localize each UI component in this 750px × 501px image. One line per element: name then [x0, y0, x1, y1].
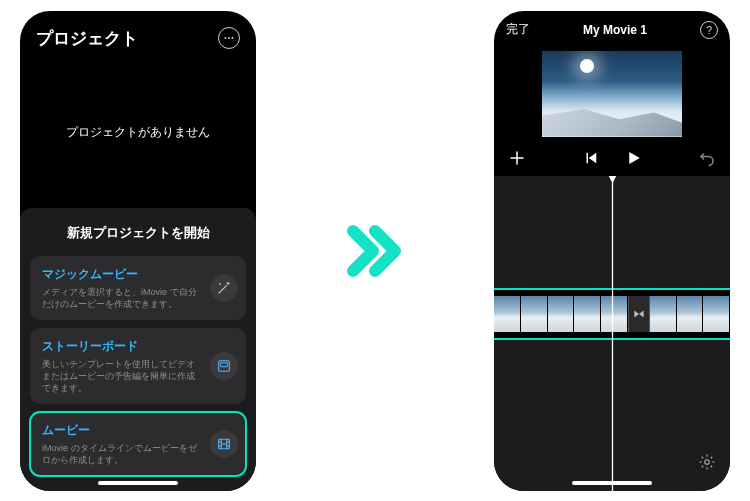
option-desc: iMovie のタイムラインでムービーをゼロから作成します。 [42, 442, 202, 466]
magic-wand-icon [210, 274, 238, 302]
option-title: ストーリーボード [42, 338, 202, 355]
new-project-panel: 新規プロジェクトを開始 マジックムービー メディアを選択すると、iMovie で… [20, 208, 256, 491]
help-button[interactable]: ? [700, 21, 718, 39]
plus-icon [508, 149, 526, 167]
done-button[interactable]: 完了 [506, 21, 530, 38]
svg-point-1 [228, 37, 230, 39]
empty-state: プロジェクトがありません [20, 58, 256, 208]
clip-thumbnail [574, 296, 601, 332]
option-desc: 美しいテンプレートを使用してビデオまたはムービーの予告編を簡単に作成できます。 [42, 358, 202, 394]
empty-state-text: プロジェクトがありません [66, 124, 210, 141]
svg-point-2 [232, 37, 234, 39]
film-icon [210, 430, 238, 458]
option-magic-movie[interactable]: マジックムービー メディアを選択すると、iMovie で自分だけのムービーを作成… [30, 256, 246, 320]
to-start-button[interactable] [582, 149, 600, 167]
transport-controls [582, 149, 642, 167]
skip-start-icon [582, 149, 600, 167]
option-title: ムービー [42, 422, 202, 439]
editor-header: 完了 My Movie 1 ? [494, 11, 730, 45]
undo-icon [698, 149, 716, 167]
clip-thumbnail [601, 296, 628, 332]
transition-icon [632, 307, 646, 321]
home-indicator [98, 481, 178, 485]
storyboard-icon [210, 352, 238, 380]
movie-title: My Movie 1 [583, 23, 647, 37]
page-title: プロジェクト [36, 27, 138, 50]
clip-thumbnail [703, 296, 730, 332]
timeline[interactable] [494, 175, 730, 491]
clip-thumbnail [650, 296, 677, 332]
gear-icon [698, 453, 716, 471]
clip-thumbnail [677, 296, 704, 332]
clip-2[interactable] [650, 296, 730, 332]
projects-screen: プロジェクト プロジェクトがありません 新規プロジェクトを開始 マジックムービー… [20, 11, 256, 491]
option-storyboard[interactable]: ストーリーボード 美しいテンプレートを使用してビデオまたはムービーの予告編を簡単… [30, 328, 246, 404]
clip-thumbnail [521, 296, 548, 332]
svg-rect-4 [221, 363, 228, 367]
editor-screen: 完了 My Movie 1 ? [494, 11, 730, 491]
chevron-right-double-icon [343, 219, 407, 283]
video-preview[interactable] [542, 51, 682, 137]
svg-point-0 [225, 37, 227, 39]
preview-content [580, 59, 594, 73]
clip-thumbnail [494, 296, 521, 332]
playhead[interactable] [612, 176, 613, 491]
new-project-title: 新規プロジェクトを開始 [30, 224, 246, 242]
transition-button[interactable] [628, 296, 650, 332]
svg-point-13 [705, 459, 710, 464]
more-menu-button[interactable] [218, 27, 240, 49]
settings-button[interactable] [698, 453, 716, 475]
play-icon [624, 149, 642, 167]
play-button[interactable] [624, 149, 642, 167]
flow-arrow [325, 219, 425, 283]
playback-controls [494, 145, 730, 175]
clip-1[interactable] [494, 296, 628, 332]
ellipsis-icon [223, 32, 235, 44]
preview-content [542, 102, 682, 136]
projects-header: プロジェクト [20, 11, 256, 58]
option-desc: メディアを選択すると、iMovie で自分だけのムービーを作成できます。 [42, 286, 202, 310]
clip-thumbnail [548, 296, 575, 332]
option-title: マジックムービー [42, 266, 202, 283]
add-media-button[interactable] [508, 149, 526, 167]
undo-button[interactable] [698, 149, 716, 167]
option-movie[interactable]: ムービー iMovie のタイムラインでムービーをゼロから作成します。 [30, 412, 246, 476]
